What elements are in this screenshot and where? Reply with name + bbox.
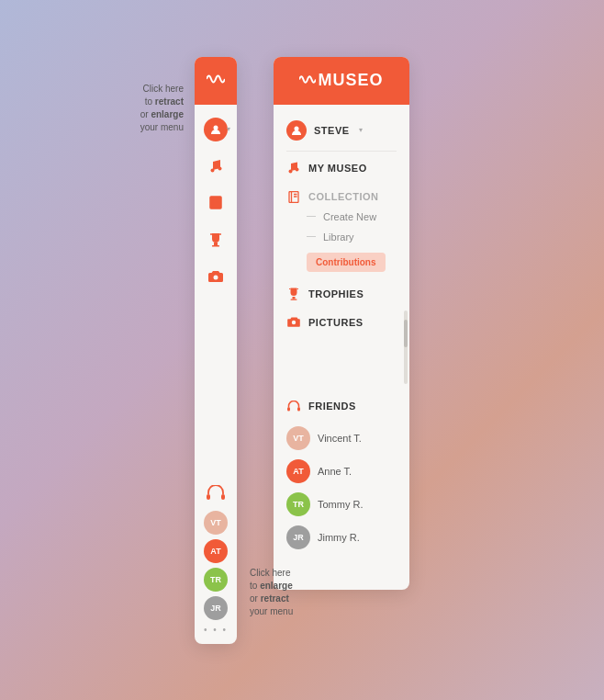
friend-avatar-right-3: JR <box>286 525 310 549</box>
nav-collection[interactable]: COLLECTION <box>274 183 409 207</box>
svg-point-1 <box>211 168 215 172</box>
svg-point-12 <box>295 126 299 130</box>
trophy-nav-icon <box>286 288 301 300</box>
nav-trophies[interactable]: TROPHIES <box>274 279 409 309</box>
friend-avatar-2[interactable]: AT <box>204 539 228 563</box>
friends-title: FRIENDS <box>308 401 356 412</box>
friend-name-2: Tommy R. <box>318 499 364 510</box>
nav-my-museo[interactable]: MY MUSEO <box>274 153 409 183</box>
divider-1 <box>286 151 397 152</box>
nav-user-row[interactable]: STEVE ▾ <box>274 112 409 149</box>
nav-collection-item[interactable] <box>197 187 234 219</box>
headphone-friends-icon <box>286 401 301 412</box>
collection-submenu: Create New Library <box>274 207 409 253</box>
nav-pictures-item[interactable] <box>197 261 234 292</box>
scrollbar-thumb <box>404 320 408 347</box>
music-icon <box>209 159 222 174</box>
book-icon <box>209 196 222 209</box>
submenu-create-new[interactable]: Create New <box>307 207 409 227</box>
nav-pictures[interactable]: PICTURES <box>274 309 409 336</box>
friend-row-2[interactable]: TR Tommy R. <box>286 488 397 521</box>
left-sidebar-wrapper: Click hereto retractor enlargeyour menu <box>195 57 237 644</box>
svg-rect-20 <box>291 299 297 299</box>
svg-rect-22 <box>287 407 290 412</box>
trophies-label: TROPHIES <box>308 288 364 299</box>
right-nav: STEVE ▾ MY MUSEO <box>274 105 409 570</box>
friend-avatar-1[interactable]: VT <box>204 511 228 535</box>
trophy-icon <box>209 232 222 247</box>
friend-avatar-3[interactable]: TR <box>204 568 228 592</box>
left-nav-icons: ▾ <box>195 105 237 301</box>
camera-icon <box>208 270 223 282</box>
friend-name-1: Anne T. <box>318 466 352 477</box>
music-nav-icon <box>286 162 301 175</box>
left-sidebar-header[interactable] <box>195 57 237 105</box>
nav-user-item[interactable]: ▾ <box>197 114 234 145</box>
headphone-icon <box>207 485 225 506</box>
left-hint-top: Click hereto retractor enlargeyour menu <box>121 68 184 134</box>
contributions-button[interactable]: Contributions <box>307 253 386 272</box>
svg-point-13 <box>289 169 293 173</box>
pictures-label: PICTURES <box>308 317 364 328</box>
friends-header: FRIENDS <box>286 401 397 412</box>
svg-point-14 <box>296 167 299 171</box>
logo: MUSEO <box>299 71 383 90</box>
logo-wave-icon <box>207 71 225 90</box>
friend-name-3: Jimmy R. <box>318 532 360 543</box>
logo-label: MUSEO <box>318 71 383 90</box>
user-dropdown-icon: ▾ <box>359 126 363 134</box>
book-nav-icon <box>286 191 301 203</box>
friend-row-0[interactable]: VT Vincent T. <box>286 422 397 455</box>
svg-point-21 <box>292 321 296 324</box>
svg-rect-10 <box>207 494 210 500</box>
svg-rect-8 <box>212 245 219 247</box>
user-caret-icon: ▾ <box>227 125 230 133</box>
submenu-line-1 <box>307 216 316 217</box>
nav-trophy-item[interactable] <box>197 224 234 255</box>
nav-music-item[interactable] <box>197 151 234 182</box>
user-name: STEVE <box>314 125 350 136</box>
right-sidebar: MUSEO STEVE ▾ <box>274 57 409 590</box>
submenu-line-2 <box>307 236 316 237</box>
friends-section: FRIENDS VT Vincent T. AT Anne T. TR Tomm… <box>274 391 409 563</box>
left-sidebar: ▾ <box>195 57 237 644</box>
right-sidebar-header[interactable]: MUSEO <box>274 57 409 105</box>
user-avatar <box>286 120 307 141</box>
svg-rect-11 <box>221 494 225 500</box>
friend-row-3[interactable]: JR Jimmy R. <box>286 521 397 554</box>
user-icon <box>204 118 228 141</box>
svg-point-0 <box>214 125 218 130</box>
svg-point-2 <box>218 166 222 170</box>
camera-nav-icon <box>286 317 301 327</box>
right-sidebar-content: STEVE ▾ MY MUSEO <box>274 105 409 590</box>
logo-wave-large <box>299 71 316 90</box>
friend-avatar-right-1: AT <box>286 459 310 483</box>
svg-rect-7 <box>214 243 218 245</box>
scrollbar-track[interactable] <box>404 310 408 384</box>
svg-rect-23 <box>297 407 300 412</box>
left-sidebar-bottom: VT AT TR JR • • • <box>204 485 228 644</box>
friend-avatar-right-2: TR <box>286 492 310 516</box>
friend-name-0: Vincent T. <box>318 433 362 444</box>
svg-point-9 <box>214 276 218 280</box>
my-museo-label: MY MUSEO <box>308 163 367 174</box>
submenu-library[interactable]: Library <box>307 227 409 247</box>
friend-row-1[interactable]: AT Anne T. <box>286 455 397 488</box>
collection-label: COLLECTION <box>308 191 379 202</box>
more-dots[interactable]: • • • <box>204 625 228 635</box>
friend-avatar-right-0: VT <box>286 426 310 450</box>
friend-avatar-4[interactable]: JR <box>204 596 228 620</box>
svg-rect-19 <box>293 297 296 299</box>
